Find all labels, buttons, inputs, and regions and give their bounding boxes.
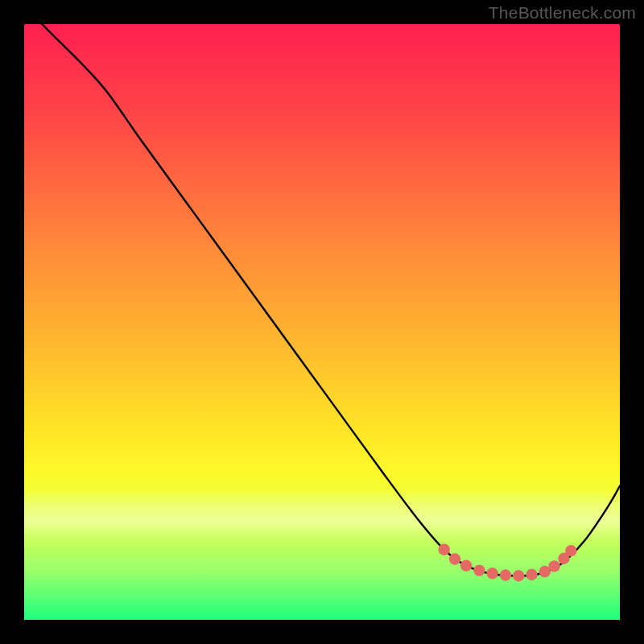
best-fit-dot [500, 569, 511, 580]
chart-stage: TheBottleneck.com [0, 0, 644, 644]
best-fit-dot [513, 570, 524, 581]
best-fit-dot [473, 564, 485, 576]
watermark-text: TheBottleneck.com [489, 3, 636, 23]
best-fit-dot [449, 553, 460, 564]
plot-area [24, 24, 620, 620]
best-fit-dot [460, 559, 472, 571]
best-fit-dot [565, 545, 576, 556]
best-fit-dot [486, 568, 497, 579]
best-fit-dot [548, 560, 559, 572]
best-fit-dot [439, 543, 450, 555]
best-fit-dot [526, 569, 537, 580]
best-fit-dots [24, 24, 620, 620]
